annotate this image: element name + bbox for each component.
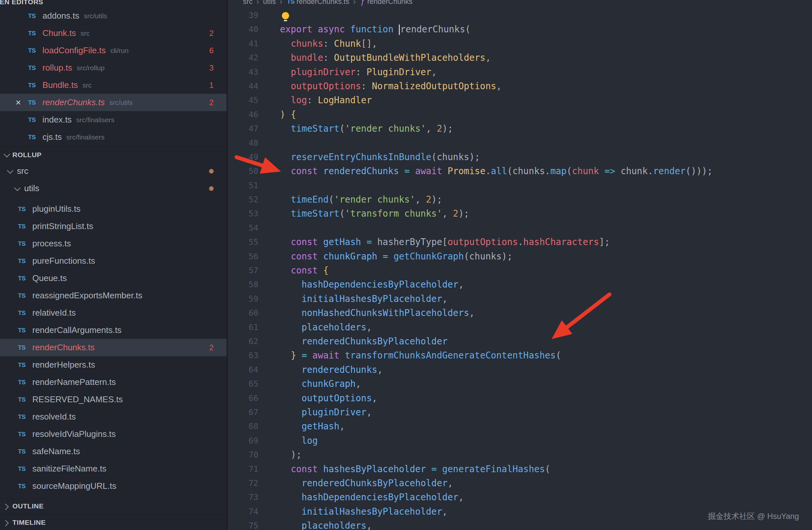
tree-file-item[interactable]: TSprintStringList.ts [0, 218, 227, 235]
code-line-50[interactable]: 50 const renderedChunks = await Promise.… [229, 164, 812, 178]
open-editor-item[interactable]: ×TSrenderChunks.tssrc/utils2 [0, 94, 227, 111]
code-line-45[interactable]: 45 log: LogHandler [229, 93, 812, 107]
tree-file-item[interactable]: TSQueue.ts [0, 270, 227, 287]
error-badge: 2 [209, 29, 214, 38]
line-number: 55 [229, 235, 280, 249]
code-line-58[interactable]: 58 hashDependenciesByPlaceholder, [229, 277, 812, 291]
open-editors-header[interactable]: OPEN EDITORS [0, 0, 43, 6]
code-line-43[interactable]: 43 pluginDriver: PluginDriver, [229, 65, 812, 79]
code-line-39[interactable]: 39 [229, 8, 812, 22]
tree-file-item[interactable]: TSrelativeId.ts [0, 304, 227, 321]
tree-file-item[interactable]: TSpluginUtils.ts [0, 200, 227, 218]
tree-folder-item[interactable]: utils [0, 180, 227, 197]
editor-pane[interactable]: 3940export async function renderChunks(4… [229, 0, 812, 530]
line-number: 48 [229, 136, 280, 150]
open-editor-item[interactable]: TSloadConfigFile.tscli/run6 [0, 42, 227, 59]
breadcrumb-separator: › [257, 0, 259, 6]
code-line-47[interactable]: 47 timeStart('render chunks', 2); [229, 121, 812, 135]
code-line-44[interactable]: 44 outputOptions: NormalizedOutputOption… [229, 79, 812, 93]
line-number: 69 [229, 434, 280, 448]
open-editor-item[interactable]: TSindex.tssrc/finalisers [0, 111, 227, 128]
open-editor-item[interactable]: TScjs.tssrc/finalisers [0, 128, 227, 146]
typescript-file-icon: TS [28, 116, 39, 124]
tree-file-item[interactable]: TSrenderHelpers.ts [0, 356, 227, 373]
code-line-70[interactable]: 70 ); [229, 448, 812, 462]
outline-section-header[interactable]: OUTLINE [0, 498, 227, 514]
tree-file-item[interactable]: TSsafeName.ts [0, 443, 227, 460]
code-line-65[interactable]: 65 chunkGraph, [229, 377, 812, 391]
typescript-file-icon: TS [18, 396, 28, 403]
code-line-64[interactable]: 64 renderedChunks, [229, 363, 812, 377]
close-icon[interactable]: × [13, 97, 24, 108]
open-editor-item[interactable]: TSrollup.tssrc/rollup3 [0, 59, 227, 76]
code-line-60[interactable]: 60 nonHashedChunksWithPlaceholders, [229, 306, 812, 320]
code-line-62[interactable]: 62 renderedChunksByPlaceholder [229, 334, 812, 348]
code-text: const hashesByPlaceholder = generateFina… [280, 462, 812, 476]
code-line-40[interactable]: 40export async function renderChunks( [229, 22, 812, 36]
code-line-56[interactable]: 56 const chunkGraph = getChunkGraph(chun… [229, 249, 812, 263]
code-text: chunks: Chunk[], [280, 37, 812, 51]
line-number: 39 [229, 8, 280, 22]
tree-file-item[interactable]: TSrenderNamePattern.ts [0, 373, 227, 391]
tree-file-item[interactable]: TSpureFunctions.ts [0, 252, 227, 270]
timeline-section-header[interactable]: TIMELINE [0, 514, 227, 530]
tree-file-item[interactable]: TSrenderCallArguments.ts [0, 321, 227, 339]
code-line-67[interactable]: 67 pluginDriver, [229, 405, 812, 419]
code-line-66[interactable]: 66 outputOptions, [229, 391, 812, 405]
chevron-down-icon [4, 151, 10, 157]
file-name: addons.ts [42, 11, 79, 21]
tree-file-item[interactable]: TSreassignedExportsMember.ts [0, 287, 227, 304]
breadcrumb-folder-utils[interactable]: utils [263, 0, 276, 6]
explorer-section-header[interactable]: ROLLUP [0, 147, 227, 162]
error-badge: 6 [209, 46, 214, 55]
code-line-46[interactable]: 46) { [229, 108, 812, 121]
code-line-42[interactable]: 42 bundle: OutputBundleWithPlaceholders, [229, 51, 812, 65]
breadcrumb-file[interactable]: renderChunks.ts [296, 0, 349, 6]
tree-file-item[interactable]: TSRESERVED_NAMES.ts [0, 391, 227, 408]
code-text: hashDependenciesByPlaceholder, [280, 490, 812, 504]
line-number: 63 [229, 348, 280, 362]
lightbulb-icon[interactable] [282, 12, 289, 19]
tree-file-item[interactable]: TSprocess.ts [0, 235, 227, 252]
open-editor-item[interactable]: TSaddons.tssrc/utils [0, 7, 227, 25]
typescript-file-icon: TS [18, 257, 28, 265]
code-line-52[interactable]: 52 timeEnd('render chunks', 2); [229, 192, 812, 206]
tree-file-item[interactable]: TSsourceMappingURL.ts [0, 477, 227, 495]
tree-file-item[interactable]: TSsanitizeFileName.ts [0, 460, 227, 477]
code-line-61[interactable]: 61 placeholders, [229, 320, 812, 334]
code-text: getHash, [280, 419, 812, 433]
explorer-files: TSpluginUtils.tsTSprintStringList.tsTSpr… [0, 200, 227, 495]
code-line-51[interactable]: 51 [229, 178, 812, 192]
line-number: 61 [229, 320, 280, 334]
typescript-file-icon: TS [18, 483, 28, 490]
code-text [280, 178, 812, 192]
breadcrumb-folder-src[interactable]: src [243, 0, 252, 6]
breadcrumb-symbol[interactable]: renderChunks [367, 0, 412, 6]
code-line-73[interactable]: 73 hashDependenciesByPlaceholder, [229, 490, 812, 504]
code-line-71[interactable]: 71 const hashesByPlaceholder = generateF… [229, 462, 812, 476]
tree-file-item[interactable]: TSrenderChunks.ts2 [0, 339, 227, 356]
tree-file-item[interactable]: TSresolveIdViaPlugins.ts [0, 426, 227, 443]
file-name: resolveIdViaPlugins.ts [32, 429, 116, 439]
code-line-48[interactable]: 48 [229, 136, 812, 150]
code-line-72[interactable]: 72 renderedChunksByPlaceholder, [229, 476, 812, 490]
watermark: 掘金技术社区 @ HsuYang [708, 511, 799, 521]
code-line-69[interactable]: 69 log [229, 434, 812, 448]
code-line-55[interactable]: 55 const getHash = hasherByType[outputOp… [229, 235, 812, 249]
code-line-59[interactable]: 59 initialHashesByPlaceholder, [229, 292, 812, 306]
code-line-63[interactable]: 63 } = await transformChunksAndGenerateC… [229, 348, 812, 362]
file-path: src/finalisers [76, 116, 115, 124]
code-line-41[interactable]: 41 chunks: Chunk[], [229, 37, 812, 51]
code-line-53[interactable]: 53 timeStart('transform chunks', 2); [229, 206, 812, 220]
code-line-57[interactable]: 57 const { [229, 263, 812, 277]
tree-folder-item[interactable]: src [0, 162, 227, 180]
code-line-68[interactable]: 68 getHash, [229, 419, 812, 433]
file-name: process.ts [32, 239, 71, 249]
open-editor-item[interactable]: TSBundle.tssrc1 [0, 76, 227, 94]
breadcrumb-separator: › [353, 0, 356, 6]
file-path: src/utils [84, 12, 107, 20]
tree-file-item[interactable]: TSresolveId.ts [0, 408, 227, 426]
code-line-54[interactable]: 54 [229, 221, 812, 235]
open-editor-item[interactable]: TSChunk.tssrc2 [0, 25, 227, 42]
code-line-49[interactable]: 49 reserveEntryChunksInBundle(chunks); [229, 150, 812, 164]
